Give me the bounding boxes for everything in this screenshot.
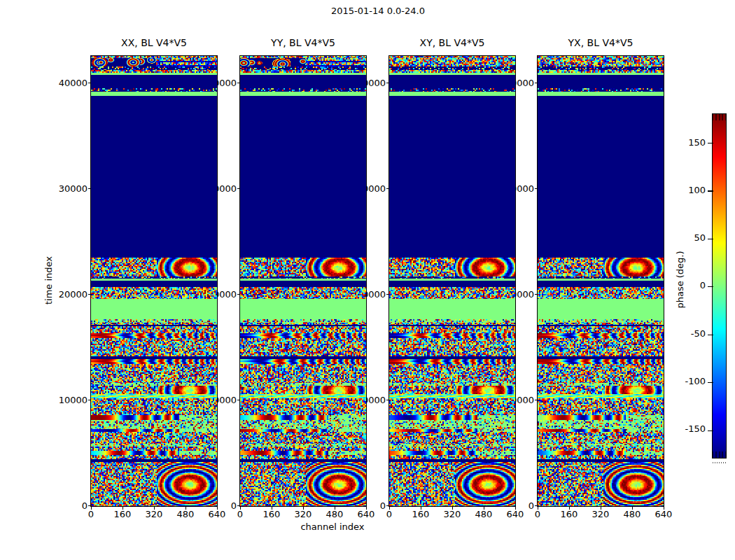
x-tick-label: 160 [107, 509, 138, 519]
x-axis-label: channel index [276, 522, 388, 532]
panel-yx: YX, BL V4*V5 40000 30000 20000 10000 0 0… [538, 56, 664, 506]
y-axis-label: time index [43, 246, 54, 316]
y-tick-marks [386, 56, 389, 506]
colorbar-tick-label: 50 [671, 232, 706, 244]
x-tick-marks [91, 507, 218, 510]
x-tick-label: 320 [288, 509, 318, 519]
x-tick-label: 480 [468, 509, 499, 519]
colorbar-tick-label: -100 [671, 376, 706, 387]
x-tick-label: 0 [76, 509, 106, 519]
colorbar-bottom-cap [713, 451, 726, 458]
colorbar-tick-label: -150 [671, 424, 706, 435]
x-tick-marks [240, 507, 367, 510]
panel-xx: XX, BL V4*V5 40000 30000 20000 10000 0 0… [91, 56, 217, 506]
figure: 2015-01-14 0.0-24.0 XX, BL V4*V5 40000 3… [0, 0, 735, 560]
panel-yy: YY, BL V4*V5 40000 30000 20000 10000 0 0… [240, 56, 366, 506]
x-tick-marks [389, 507, 516, 510]
x-tick-label: 480 [170, 509, 201, 519]
colorbar-tick-label: 150 [671, 137, 706, 148]
panel-xy: XY, BL V4*V5 40000 30000 20000 10000 0 0… [389, 56, 515, 506]
colorbar-gradient [713, 114, 726, 458]
panel-title-xy: XY, BL V4*V5 [382, 37, 522, 48]
colorbar-artifact-dots [713, 462, 726, 463]
y-tick-marks [237, 56, 240, 506]
x-tick-label: 320 [585, 509, 616, 519]
heatmap-canvas-yx [538, 56, 664, 506]
x-tick-label: 160 [405, 509, 436, 519]
y-tick-marks [535, 56, 538, 506]
heatmap-canvas-xx [91, 56, 217, 506]
heatmap-canvas-yy [240, 56, 366, 506]
colorbar-label: phase (deg.) [675, 245, 685, 315]
panel-title-xx: XX, BL V4*V5 [84, 37, 224, 48]
x-tick-label: 160 [554, 509, 584, 519]
x-tick-label: 480 [319, 509, 350, 519]
x-tick-label: 0 [225, 509, 255, 519]
colorbar-tick-label: -50 [671, 328, 706, 340]
colorbar-tick-label: 100 [671, 185, 706, 196]
x-tick-marks [538, 507, 664, 510]
x-tick-label: 320 [139, 509, 169, 519]
x-tick-label: 640 [648, 509, 679, 519]
x-tick-label: 0 [522, 509, 553, 519]
y-tick-label: 10000 [57, 395, 88, 405]
heatmap-canvas-xy [389, 56, 515, 506]
panel-title-yx: YX, BL V4*V5 [531, 37, 671, 48]
colorbar-top-cap [713, 114, 726, 120]
colorbar-tick-marks [708, 114, 713, 458]
panel-title-yy: YY, BL V4*V5 [233, 37, 373, 48]
x-tick-label: 160 [256, 509, 287, 519]
x-tick-label: 480 [617, 509, 648, 519]
x-tick-label: 320 [437, 509, 468, 519]
figure-title: 2015-01-14 0.0-24.0 [238, 6, 518, 16]
x-tick-label: 0 [374, 509, 405, 519]
y-tick-label: 40000 [57, 78, 88, 88]
y-tick-marks [88, 56, 91, 506]
y-tick-label: 20000 [57, 289, 88, 300]
y-tick-label: 30000 [57, 183, 88, 194]
